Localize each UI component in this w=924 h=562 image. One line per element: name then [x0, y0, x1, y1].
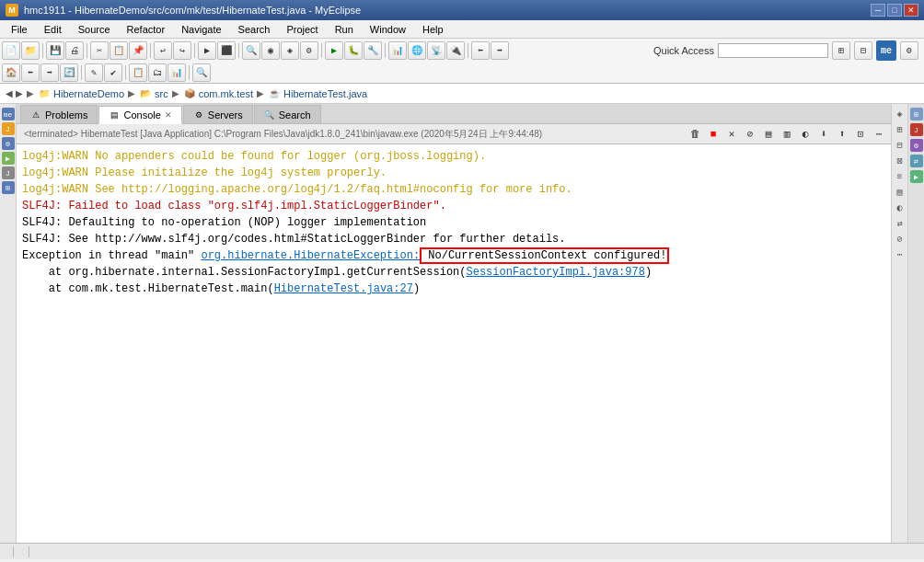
tb2-btn-4[interactable]: 🔄 — [60, 63, 78, 82]
tb-btn-11[interactable]: ◈ — [281, 41, 299, 60]
tab-problems[interactable]: ⚠ Problems — [20, 105, 98, 123]
console-disconnect-button[interactable]: ⊘ — [742, 126, 758, 143]
console-btn-5[interactable]: ▤ — [760, 126, 777, 143]
right-gutter-icon-9[interactable]: ⊘ — [894, 233, 907, 246]
menu-help[interactable]: Help — [415, 22, 451, 37]
tb-btn-2[interactable]: 📁 — [21, 41, 40, 60]
menu-run[interactable]: Run — [328, 22, 361, 37]
menu-search[interactable]: Search — [231, 22, 278, 37]
menu-refactor[interactable]: Refactor — [120, 22, 173, 37]
right-gutter-icon-5[interactable]: ≡ — [894, 170, 907, 183]
close-button[interactable]: ✕ — [904, 4, 918, 17]
left-gutter-icon-3[interactable]: ⚙ — [2, 137, 15, 150]
right-gutter-icon-4[interactable]: ⊠ — [894, 155, 907, 167]
tb-btn-3[interactable]: 🖨 — [65, 41, 84, 60]
me-badge[interactable]: me — [876, 40, 896, 61]
tb2-btn-9[interactable]: 📊 — [167, 63, 186, 82]
right-gutter-icon-3[interactable]: ⊟ — [894, 139, 907, 152]
console-terminate-button[interactable]: ■ — [705, 126, 722, 143]
menu-window[interactable]: Window — [363, 22, 413, 37]
console-btn-11[interactable]: ⋯ — [871, 126, 887, 143]
perspective-button[interactable]: ⊞ — [832, 41, 850, 60]
tb-btn-14[interactable]: 📊 — [388, 41, 407, 60]
settings-icon[interactable]: ⚙ — [900, 41, 918, 60]
tb-btn-4[interactable]: ✂ — [90, 41, 109, 60]
tb2-btn-3[interactable]: ➡ — [40, 63, 59, 82]
menu-project[interactable]: Project — [279, 22, 325, 37]
tb-btn-15[interactable]: 🌐 — [408, 41, 426, 60]
tb2-btn-2[interactable]: ⬅ — [21, 63, 40, 82]
tb-run-button[interactable]: ▶ — [325, 41, 343, 60]
quick-access-input[interactable] — [718, 43, 828, 58]
tab-console-close[interactable]: ✕ — [165, 110, 172, 120]
far-right-icon-1[interactable]: ⊞ — [910, 108, 923, 120]
menu-file[interactable]: File — [4, 22, 35, 37]
console-content[interactable]: log4j:WARN No appenders could be found f… — [17, 144, 891, 543]
tab-servers[interactable]: ⚙ Servers — [183, 105, 253, 123]
tb2-btn-10[interactable]: 🔍 — [192, 63, 211, 82]
tb-btn-10[interactable]: ◉ — [261, 41, 280, 60]
breadcrumb-nav-arrows[interactable]: ◀ ▶ — [6, 88, 23, 98]
breadcrumb-file[interactable]: ☕ HibernateTest.java — [268, 87, 367, 100]
breadcrumb-package[interactable]: 📦 com.mk.test — [183, 87, 253, 100]
tb-btn-16[interactable]: 📡 — [427, 41, 445, 60]
tb-btn-9[interactable]: 🔍 — [242, 41, 260, 60]
right-gutter-icon-7[interactable]: ◐ — [894, 201, 907, 214]
perspective-btn-2[interactable]: ⊟ — [854, 41, 872, 60]
tb-btn-8[interactable]: ⬛ — [217, 41, 236, 60]
console-btn-7[interactable]: ◐ — [797, 126, 814, 143]
right-gutter-icon-8[interactable]: ⇄ — [894, 217, 907, 230]
tb2-btn-1[interactable]: 🏠 — [2, 63, 20, 82]
stack-link-2[interactable]: HibernateTest.java:27 — [274, 282, 413, 295]
tb-btn-12[interactable]: ⚙ — [300, 41, 318, 60]
tb-btn-6[interactable]: 📌 — [129, 41, 147, 60]
new-file-button[interactable]: 📄 — [2, 41, 20, 60]
left-gutter-icon-2[interactable]: J — [2, 122, 15, 135]
tb-btn-5[interactable]: 📋 — [110, 41, 128, 60]
far-right-icon-3[interactable]: ⚙ — [910, 139, 923, 152]
undo-button[interactable]: ↩ — [154, 41, 172, 60]
left-gutter-icon-6[interactable]: ⊞ — [2, 181, 15, 194]
tb-btn-17[interactable]: 🔌 — [446, 41, 465, 60]
tb2-btn-5[interactable]: ✎ — [85, 63, 103, 82]
console-btn-8[interactable]: ⬇ — [815, 126, 832, 143]
console-stop-button[interactable]: ✕ — [723, 126, 740, 143]
tb2-btn-6[interactable]: ✔ — [104, 63, 122, 82]
left-gutter-icon-4[interactable]: ▶ — [2, 152, 15, 165]
console-btn-9[interactable]: ⬆ — [834, 126, 850, 143]
maximize-button[interactable]: □ — [887, 4, 902, 17]
menu-navigate[interactable]: Navigate — [174, 22, 228, 37]
console-clear-button[interactable]: 🗑 — [687, 126, 703, 143]
far-right-icon-2[interactable]: J — [910, 123, 923, 136]
far-right-icon-4[interactable]: ⇄ — [910, 155, 923, 167]
exception-link[interactable]: org.hibernate.HibernateException: — [201, 249, 420, 262]
console-btn-10[interactable]: ⊡ — [852, 126, 869, 143]
breadcrumb-project[interactable]: 📁 HibernateDemo — [38, 87, 124, 100]
save-button[interactable]: 💾 — [46, 41, 64, 60]
tb-btn-18[interactable]: ⬅ — [471, 41, 490, 60]
tb2-btn-7[interactable]: 📋 — [129, 63, 147, 82]
far-right-icon-5[interactable]: ▶ — [910, 170, 923, 183]
tb-btn-19[interactable]: ➡ — [491, 41, 509, 60]
menu-source[interactable]: Source — [71, 22, 118, 37]
right-gutter-icon-2[interactable]: ⊞ — [894, 123, 907, 136]
tb-btn-7[interactable]: ▶ — [198, 41, 216, 60]
minimize-button[interactable]: ─ — [871, 4, 885, 17]
right-gutter-icon-10[interactable]: ⋯ — [894, 248, 907, 261]
separator-4 — [194, 43, 195, 58]
left-gutter-icon-5[interactable]: J — [2, 166, 15, 179]
separator-6 — [321, 43, 322, 58]
console-btn-6[interactable]: ▥ — [779, 126, 795, 143]
tab-console[interactable]: ▤ Console ✕ — [98, 106, 181, 124]
menu-edit[interactable]: Edit — [37, 22, 69, 37]
tb2-btn-8[interactable]: 🗂 — [148, 63, 167, 82]
right-gutter-icon-1[interactable]: ◈ — [894, 108, 907, 120]
right-gutter-icon-6[interactable]: ▤ — [894, 186, 907, 199]
breadcrumb-src[interactable]: 📂 src — [139, 87, 168, 100]
tb-debug-button[interactable]: 🐛 — [344, 41, 363, 60]
stack-link-1[interactable]: SessionFactoryImpl.java:978 — [466, 266, 644, 279]
left-gutter-icon-1[interactable]: me — [2, 108, 15, 120]
tb-btn-13[interactable]: 🔧 — [364, 41, 382, 60]
redo-button[interactable]: ↪ — [173, 41, 191, 60]
tab-search[interactable]: 🔍 Search — [254, 105, 321, 123]
